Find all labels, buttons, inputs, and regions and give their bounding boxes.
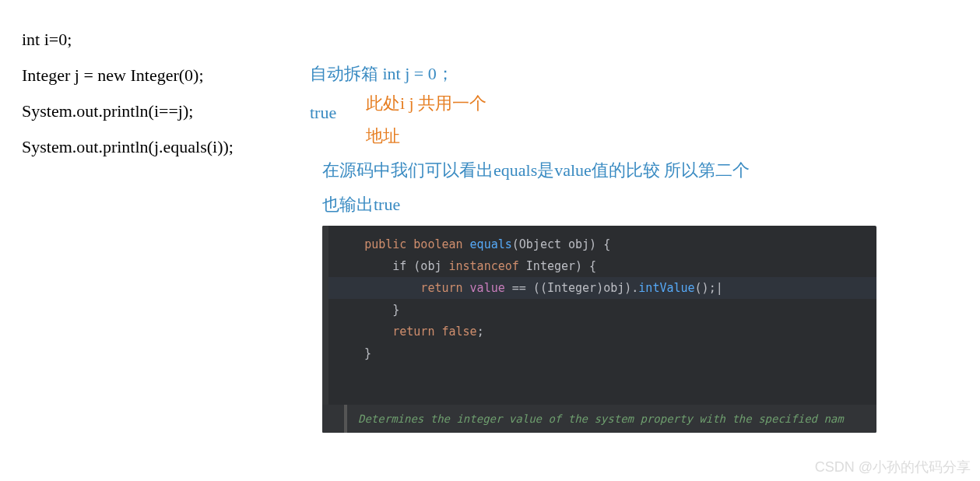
- tail: ();: [695, 281, 716, 295]
- keyword-return: return: [336, 281, 470, 295]
- method-intvalue: intValue: [638, 281, 694, 295]
- code-line: int i=0;: [22, 22, 234, 58]
- annotation-equals-explain-l1: 在源码中我们可以看出equals是value值的比较 所以第二个: [322, 159, 750, 182]
- editor-code: public boolean equals(Object obj) { if (…: [328, 226, 876, 364]
- code-line: System.out.println(j.equals(i));: [22, 129, 234, 165]
- ide-editor: public boolean equals(Object obj) { if (…: [322, 226, 876, 433]
- editor-doc-row: Determines the integer value of the syst…: [322, 405, 876, 433]
- annotation-address-line2: 地址: [366, 125, 400, 148]
- caret: |: [716, 281, 723, 295]
- keyword-public: public: [364, 237, 406, 251]
- keyword-instanceof: instanceof: [449, 259, 519, 273]
- close-brace: }: [336, 346, 371, 360]
- method-name: equals: [470, 237, 512, 251]
- if-cond: Integer) {: [519, 259, 596, 273]
- annotation-auto-unboxing: 自动拆箱 int j = 0；: [310, 62, 454, 86]
- annotation-equals-explain-l2: 也输出true: [322, 193, 400, 216]
- annotation-true: true: [310, 101, 336, 125]
- keyword-false: false: [441, 325, 476, 339]
- code-line: System.out.println(i==j);: [22, 93, 234, 129]
- close-brace: }: [336, 303, 399, 317]
- if-prefix: if (obj: [336, 259, 449, 273]
- params: (Object obj) {: [512, 237, 610, 251]
- editor-gutter: [322, 226, 328, 433]
- doc-indent-bar: [344, 405, 347, 433]
- java-code-block: int i=0; Integer j = new Integer(0); Sys…: [22, 22, 234, 165]
- code-text: [336, 237, 364, 251]
- field-value: value: [470, 281, 505, 295]
- javadoc-text: Determines the integer value of the syst…: [358, 408, 844, 430]
- eq-expr: == ((Integer)obj).: [505, 281, 639, 295]
- code-line: Integer j = new Integer(0);: [22, 58, 234, 93]
- annotation-address-line1: 此处i j 共用一个: [366, 92, 486, 115]
- watermark: CSDN @小孙的代码分享: [815, 458, 971, 476]
- keyword-return: return: [336, 325, 441, 339]
- semicolon: ;: [477, 325, 484, 339]
- keyword-boolean: boolean: [413, 237, 462, 251]
